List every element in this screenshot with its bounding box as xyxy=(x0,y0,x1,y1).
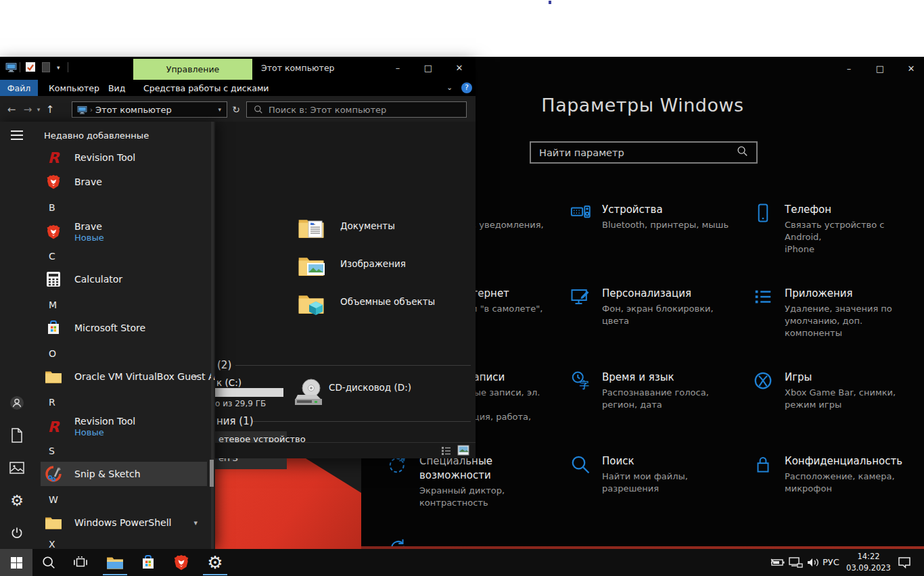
start-section-letter[interactable]: M xyxy=(49,299,57,310)
start-scrollbar-thumb[interactable] xyxy=(210,460,214,487)
folder-documents[interactable] xyxy=(298,216,325,242)
start-item-brave-new[interactable]: BraveНовые xyxy=(41,216,207,247)
folder-label[interactable]: Документы xyxy=(340,220,395,231)
qat-newfolder-icon[interactable] xyxy=(42,62,50,72)
volume-icon[interactable] xyxy=(804,549,823,576)
folder-label[interactable]: Изображения xyxy=(340,258,406,269)
chevron-down-icon: ▾ xyxy=(193,519,198,527)
start-section-letter[interactable]: W xyxy=(49,494,58,505)
ribbon-tab-manage[interactable]: Управление xyxy=(133,59,252,80)
settings-tile-devices[interactable]: Устройства Bluetooth, принтеры, мышь xyxy=(570,203,739,231)
power-icon[interactable] xyxy=(9,525,25,541)
network-icon[interactable] xyxy=(786,549,805,576)
explorer-running-indicator xyxy=(103,574,127,575)
settings-tile-update-partial[interactable] xyxy=(388,537,557,546)
explorer-minimize-button[interactable]: – xyxy=(388,60,408,75)
explorer-maximize-button[interactable]: □ xyxy=(418,60,438,75)
action-center-icon[interactable] xyxy=(893,549,916,576)
taskbar-search-button[interactable] xyxy=(34,549,64,576)
settings-search-input[interactable]: Найти параметр xyxy=(530,141,758,164)
qat-properties-icon[interactable] xyxy=(26,62,35,72)
settings-close-button[interactable]: ✕ xyxy=(901,61,921,76)
refresh-icon[interactable]: ↻ xyxy=(229,101,244,118)
ribbon-tab-view[interactable]: Вид xyxy=(108,80,125,96)
settings-tile-search[interactable]: Поиск Найти мои файлы,разрешения xyxy=(570,454,739,495)
details-view-icon[interactable] xyxy=(441,446,451,456)
forward-button[interactable]: → xyxy=(20,101,35,118)
start-item-brave[interactable]: Brave xyxy=(41,170,207,194)
start-item-windows-powershell[interactable]: Windows PowerShell ▾ xyxy=(41,510,207,535)
new-badge: Новые xyxy=(74,233,104,243)
explorer-close-button[interactable]: ✕ xyxy=(449,60,469,75)
taskbar-store-button[interactable] xyxy=(133,549,163,576)
documents-icon[interactable] xyxy=(9,427,25,443)
settings-maximize-button[interactable]: □ xyxy=(870,61,890,76)
section-divider xyxy=(235,365,471,366)
hamburger-icon[interactable] xyxy=(9,127,25,143)
explorer-ribbon-tabs: Файл Компьютер Вид Средства работы с дис… xyxy=(0,80,476,96)
settings-tile-apps[interactable]: Приложения Удаление, значения поумолчани… xyxy=(753,287,922,339)
taskbar-file-explorer-button[interactable] xyxy=(100,549,130,576)
start-section-letter[interactable]: X xyxy=(49,539,55,549)
taskbar-settings-button[interactable]: ⚙ xyxy=(200,549,230,576)
search-icon xyxy=(737,145,748,160)
settings-tile-personalization[interactable]: Персонализация Фон, экран блокировки, цв… xyxy=(570,287,739,327)
thumbnails-view-icon[interactable] xyxy=(457,445,469,456)
taskbar-brave-button[interactable] xyxy=(166,549,196,576)
folder-pictures[interactable] xyxy=(298,254,325,280)
settings-running-indicator xyxy=(203,574,227,575)
drive-c-label-partial[interactable]: к (C:) xyxy=(216,377,241,388)
start-section-letter[interactable]: S xyxy=(49,446,55,456)
start-section-letter[interactable]: O xyxy=(49,348,56,359)
explorer-titlebar: ▾ Управление Этот компьютер – □ ✕ xyxy=(0,57,476,80)
section-network-header-partial: ния (1) xyxy=(216,415,254,427)
revision-tool-icon: R xyxy=(45,149,62,166)
up-button[interactable]: ↑ xyxy=(43,101,57,118)
address-bar[interactable]: › Этот компьютер ▾ xyxy=(72,101,227,118)
start-item-oracle-vm-folder[interactable]: Oracle VM VirtualBox Guest Addit... ▾ xyxy=(41,364,207,389)
ribbon-tab-file[interactable]: Файл xyxy=(0,80,38,96)
start-item-calculator[interactable]: Calculator xyxy=(41,267,207,291)
start-item-microsoft-store[interactable]: Microsoft Store xyxy=(41,316,207,340)
settings-tile-privacy[interactable]: Конфиденциальность Расположение, камера,… xyxy=(753,454,922,495)
settings-gear-icon[interactable]: ⚙ xyxy=(9,492,25,508)
address-dropdown-chevron-icon[interactable]: ▾ xyxy=(218,106,221,113)
task-view-button[interactable] xyxy=(66,549,95,576)
start-section-letter[interactable]: B xyxy=(49,202,55,213)
start-button[interactable] xyxy=(0,549,32,576)
battery-icon[interactable] xyxy=(768,549,787,576)
ribbon-expand-chevron-icon[interactable]: ⌄ xyxy=(446,83,453,92)
snip-sketch-icon xyxy=(45,465,62,483)
back-button[interactable]: ← xyxy=(4,101,19,118)
explorer-search-input[interactable]: Поиск в: Этот компьютер xyxy=(246,101,467,118)
settings-tile-time-language[interactable]: 字 Время и язык Распознавание голоса,реги… xyxy=(570,370,739,411)
user-avatar-icon[interactable] xyxy=(9,395,25,411)
qat-customize-chevron-icon[interactable]: ▾ xyxy=(57,64,60,71)
breadcrumb-location[interactable]: Этот компьютер xyxy=(95,105,172,115)
svg-text:字: 字 xyxy=(580,379,589,390)
help-icon[interactable]: ? xyxy=(461,82,472,93)
phone-icon xyxy=(753,203,773,223)
lock-icon xyxy=(753,454,773,475)
pictures-icon[interactable] xyxy=(9,460,25,476)
language-indicator[interactable]: РУС xyxy=(823,557,839,567)
folder-icon xyxy=(45,514,62,531)
folder-label[interactable]: Объемные объекты xyxy=(340,296,435,307)
ribbon-tab-disk-tools[interactable]: Средства работы с дисками xyxy=(143,80,269,96)
cd-drive-label[interactable]: CD-дисковод (D:) xyxy=(329,382,411,393)
cd-drive[interactable] xyxy=(294,377,325,410)
start-section-letter[interactable]: C xyxy=(49,251,55,262)
start-item-revision-tool-new[interactable]: R Revision ToolНовые xyxy=(41,411,207,442)
settings-tile-accessibility[interactable]: Специальные возможности Экранный диктор,… xyxy=(388,454,557,509)
ribbon-tab-computer[interactable]: Компьютер xyxy=(49,80,99,96)
settings-tile-games[interactable]: Игры Xbox Game Bar, снимки,режим игры xyxy=(753,370,922,411)
start-section-letter[interactable]: R xyxy=(49,397,55,408)
settings-minimize-button[interactable]: – xyxy=(839,61,859,76)
taskbar-clock[interactable]: 14:22 03.09.2023 xyxy=(846,551,892,574)
settings-tile-phone[interactable]: Телефон Связать устройство с Android,iPh… xyxy=(753,203,922,256)
start-item-snip-sketch[interactable]: Snip & Sketch xyxy=(41,462,207,486)
folder-3d-objects[interactable] xyxy=(298,292,325,318)
recent-locations-chevron-icon[interactable]: ▾ xyxy=(34,101,43,118)
start-item-revision-tool[interactable]: R Revision Tool xyxy=(41,145,207,170)
xbox-icon xyxy=(753,370,773,391)
